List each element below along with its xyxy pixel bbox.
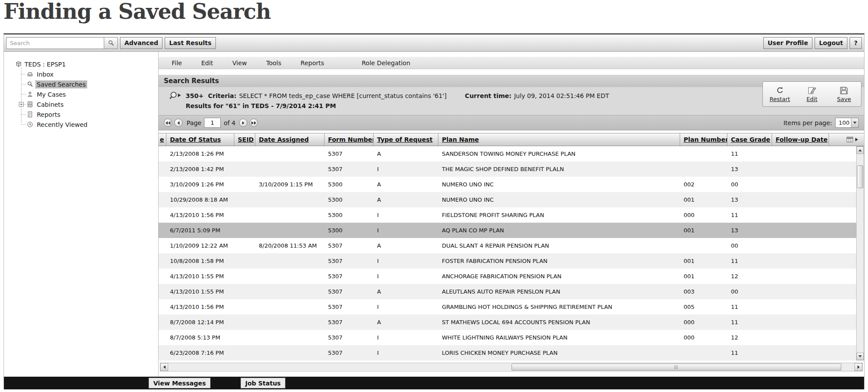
table-cell — [159, 345, 166, 360]
table-cell: DUAL SLANT 4 REPAIR PENSION PLAN — [438, 238, 680, 253]
table-cell — [255, 207, 325, 223]
next-page-button[interactable] — [239, 119, 247, 127]
table-cell: 003 — [680, 284, 727, 299]
last-results-button[interactable]: Last Results — [165, 37, 216, 49]
table-cell — [234, 315, 255, 330]
column-header-seid[interactable]: SEID — [234, 133, 255, 146]
first-page-button[interactable] — [164, 119, 172, 127]
column-header-plan-number[interactable]: Plan Number — [680, 133, 727, 146]
scroll-right-button[interactable] — [854, 363, 862, 371]
table-cell: 11 — [727, 345, 772, 360]
column-header-date-of-status[interactable]: Date Of Status — [166, 133, 234, 146]
tree-item-recently-viewed[interactable]: Recently Viewed — [19, 119, 158, 130]
table-cell — [255, 146, 325, 161]
table-row[interactable]: 2/13/2008 1:42 PM5307ITHE MAGIC SHOP DEF… — [159, 161, 857, 177]
table-row[interactable]: 3/10/2009 1:26 PM3/10/2009 1:15 PM5300AN… — [159, 177, 857, 192]
menu-item-tools[interactable]: Tools — [266, 60, 282, 66]
vertical-scroll-thumb[interactable] — [857, 165, 863, 188]
menu-item-reports[interactable]: Reports — [300, 60, 324, 66]
column-header-case-grade[interactable]: Case Grade — [727, 133, 772, 146]
table-cell — [234, 146, 255, 161]
edit-button[interactable]: Edit — [796, 84, 828, 105]
scroll-down-button[interactable] — [857, 353, 864, 360]
last-page-button[interactable] — [250, 119, 258, 127]
table-row[interactable]: 4/13/2010 1:55 PM5307AALEUTLANS AUTO REP… — [159, 284, 857, 299]
scroll-left-button[interactable] — [160, 363, 168, 371]
table-row[interactable]: 6/7/2011 5:09 PM5300IAQ PLAN CO MP PLAN0… — [159, 223, 857, 238]
column-header-date-assigned[interactable]: Date Assigned — [255, 133, 325, 146]
table-cell: 00 — [727, 238, 772, 253]
menu-item-edit[interactable]: Edit — [201, 60, 213, 66]
user-profile-button[interactable]: User Profile — [763, 37, 812, 49]
more-columns-icon[interactable] — [855, 138, 858, 141]
column-header-plan-name[interactable]: Plan Name — [438, 133, 680, 146]
action-label: Edit — [806, 96, 817, 102]
column-header-follow-up-date[interactable]: Follow-up Date — [772, 133, 829, 146]
items-per-page-group: Items per page: 100 — [783, 118, 859, 128]
table-cell: 3/10/2009 1:15 PM — [255, 177, 325, 192]
tree-item-my-cases[interactable]: My Cases — [19, 89, 158, 99]
table-cell: NUMERO UNO INC — [438, 192, 680, 207]
column-chooser-icon[interactable] — [847, 136, 853, 143]
table-cell: 11 — [727, 315, 772, 330]
view-messages-button[interactable]: View Messages — [148, 378, 211, 388]
tree-item-cabinets[interactable]: +Cabinets — [19, 99, 158, 109]
table-cell: 11 — [727, 207, 772, 223]
table-row[interactable]: 10/8/2008 1:58 PM5307IFOSTER FABRICATION… — [159, 253, 857, 269]
table-cell: 8/7/2008 5:13 PM — [166, 330, 234, 345]
horizontal-scroll-thumb[interactable] — [512, 364, 841, 371]
help-button[interactable]: ? — [850, 37, 862, 49]
table-horizontal-scrollbar[interactable] — [160, 363, 863, 371]
advanced-button[interactable]: Advanced — [120, 37, 162, 49]
expand-icon[interactable]: + — [19, 102, 24, 107]
search-button[interactable] — [104, 37, 118, 49]
table-cell — [772, 177, 829, 192]
logout-button[interactable]: Logout — [815, 37, 847, 49]
table-cell — [159, 269, 166, 284]
table-cell — [255, 345, 325, 360]
pagination-bar: Page of 4 Items per page: 100 — [159, 115, 864, 130]
table-row[interactable]: 4/13/2010 1:56 PM5300IFIELDSTONE PROFIT … — [159, 207, 857, 223]
menu-item-role-delegation[interactable]: Role Delegation — [362, 60, 410, 66]
tree-root-label: TEDS : EPSP1 — [25, 61, 66, 68]
table-cell — [772, 269, 829, 284]
table-cell — [772, 299, 829, 315]
page-of-label: of 4 — [224, 119, 236, 126]
table-row[interactable]: 10/29/2008 8:18 AM5300ANUMERO UNO INC001… — [159, 192, 857, 207]
tree-item-inbox[interactable]: Inbox — [19, 69, 158, 79]
table-cell: 3/10/2009 1:26 PM — [166, 177, 234, 192]
table-cell — [234, 207, 255, 223]
menu-item-view[interactable]: View — [233, 60, 247, 66]
restart-button[interactable]: Restart — [764, 84, 796, 105]
dropdown-arrow-icon — [851, 118, 858, 127]
save-button[interactable]: Save — [828, 84, 860, 105]
current-time-label: Current time: — [465, 92, 512, 99]
column-header-type-of-request[interactable]: Type of Request — [374, 133, 438, 146]
table-cell — [680, 238, 727, 253]
table-row[interactable]: 1/10/2009 12:22 AM8/20/2008 11:53 AM5307… — [159, 238, 857, 253]
criteria-line: 350+ Criteria: SELECT * FROM teds_ep_cas… — [169, 91, 864, 101]
menu-item-file[interactable]: File — [172, 60, 182, 66]
table-row[interactable]: 4/13/2010 1:56 PM5307IGRAMBLING HOT HOLD… — [159, 299, 857, 315]
table-row[interactable]: 4/13/2010 1:55 PM5307IANCHORAGE FABRICAT… — [159, 269, 857, 284]
scroll-up-button[interactable] — [857, 147, 864, 154]
table-row[interactable]: 8/7/2008 12:14 PM5307AST MATHEWS LOCAL 6… — [159, 315, 857, 330]
column-header-e[interactable]: e — [159, 133, 166, 146]
tree-root-teds-epsp1[interactable]: TEDS : EPSP1 — [4, 59, 158, 69]
search-summary-section: 350+ Criteria: SELECT * FROM teds_ep_cas… — [159, 87, 864, 115]
items-per-page-select[interactable]: 100 — [835, 118, 859, 128]
page-number-input[interactable] — [204, 118, 221, 128]
table-cell: 13 — [727, 161, 772, 177]
application-window: Advanced Last Results User Profile Logou… — [4, 33, 864, 389]
column-header-form-number[interactable]: Form Number — [325, 133, 374, 146]
table-vertical-scrollbar[interactable] — [856, 146, 864, 360]
job-status-button[interactable]: Job Status — [240, 378, 286, 388]
tree-item-reports[interactable]: Reports — [19, 109, 158, 119]
table-row[interactable]: 6/23/2008 7:16 PM5307ILORIS CHICKEN MONE… — [159, 345, 857, 360]
previous-page-button[interactable] — [174, 119, 183, 127]
search-input[interactable] — [6, 37, 104, 49]
tree-item-saved-searches[interactable]: Saved Searches — [19, 79, 158, 89]
table-row[interactable]: 2/13/2008 1:26 PM5307ASANDERSON TOWING M… — [159, 146, 857, 161]
table-cell: 1/10/2009 12:22 AM — [166, 238, 234, 253]
table-row[interactable]: 8/7/2008 5:13 PM5307IWHITE LIGHTNING RAI… — [159, 330, 857, 345]
